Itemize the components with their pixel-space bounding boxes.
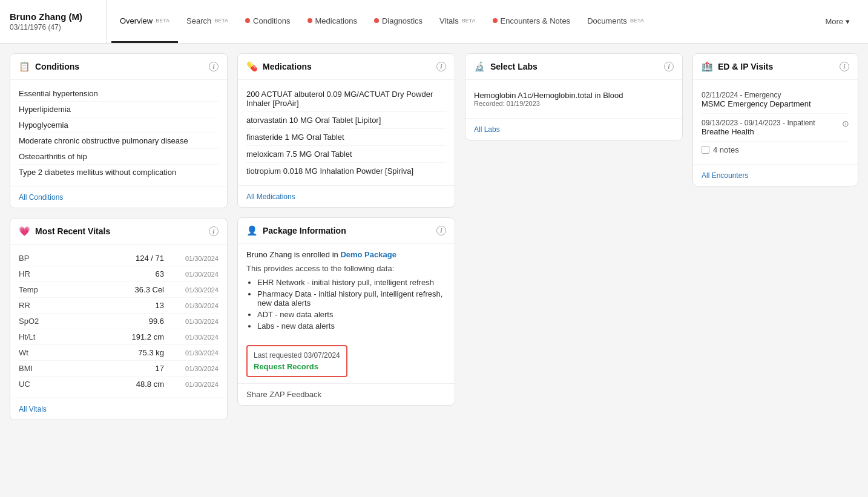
tab-label-diagnostics: Diagnostics — [382, 16, 422, 25]
nav-more-button[interactable]: More ▾ — [817, 0, 858, 43]
labs-title: 🔬 Select Labs — [474, 61, 538, 72]
vital-value: 36.3 Cel — [55, 285, 164, 294]
labs-card: 🔬 Select Labs i Hemoglobin A1c/Hemoglobi… — [465, 53, 683, 140]
heartbeat-icon: 💗 — [19, 226, 30, 237]
labs-info-icon[interactable]: i — [664, 62, 674, 71]
medications-card-header: 💊 Medications i — [238, 54, 455, 80]
patient-header: Bruno Zhang (M) 03/11/1976 (47) Overview… — [0, 0, 868, 44]
all-labs-link[interactable]: All Labs — [474, 125, 500, 134]
tab-label-encounters: Encounters & Notes — [501, 16, 571, 25]
vital-row: BP 124 / 71 01/30/2024 — [19, 251, 219, 266]
vital-label: BMI — [19, 364, 55, 373]
tab-label-documents: Documents — [587, 16, 627, 25]
lab-recorded: Recorded: 01/19/2023 — [474, 100, 674, 107]
package-info-icon[interactable]: i — [436, 226, 446, 235]
medications-info-icon[interactable]: i — [436, 62, 446, 71]
vital-value: 13 — [55, 301, 164, 310]
lab-item: Hemoglobin A1c/Hemoglobin.total in Blood… — [474, 86, 674, 112]
all-medications-link[interactable]: All Medications — [246, 193, 295, 201]
package-list-item: Pharmacy Data - initial history pull, in… — [257, 288, 446, 309]
visit-date: 09/13/2023 - 09/14/2023 - Inpatient — [702, 119, 815, 127]
nav-tab-overview[interactable]: OverviewBETA — [111, 0, 178, 43]
hospital-icon: 🏥 — [702, 61, 713, 72]
visits-info-icon[interactable]: i — [840, 62, 849, 71]
package-provides-text: This provides access to the following da… — [246, 264, 446, 273]
nav-tab-conditions[interactable]: Conditions — [237, 0, 298, 43]
main-content: 📋 Conditions i Essential hypertensionHyp… — [0, 44, 868, 430]
condition-item: Moderate chronic obstructive pulmonary d… — [19, 133, 219, 149]
vital-row: UC 48.8 cm 01/30/2024 — [19, 377, 219, 392]
package-footer: Share ZAP Feedback — [238, 383, 455, 405]
vital-label: BP — [19, 254, 55, 263]
condition-item: Osteoarthritis of hip — [19, 149, 219, 165]
vital-label: RR — [19, 301, 55, 310]
vital-value: 191.2 cm — [55, 332, 164, 341]
tab-label-conditions: Conditions — [253, 16, 290, 25]
tab-label-search: Search — [186, 16, 211, 25]
vital-label: Wt — [19, 348, 55, 357]
all-vitals-link[interactable]: All Vitals — [19, 405, 47, 413]
conditions-body: Essential hypertensionHyperlipidemiaHypo… — [10, 80, 227, 186]
vital-row: BMI 17 01/30/2024 — [19, 361, 219, 377]
vital-row: RR 13 01/30/2024 — [19, 298, 219, 314]
vital-date: 01/30/2024 — [164, 365, 219, 372]
vitals-body: BP 124 / 71 01/30/2024 HR 63 01/30/2024 … — [10, 245, 227, 398]
visits-footer: All Encounters — [693, 164, 858, 186]
vital-value: 75.3 kg — [55, 348, 164, 357]
package-card-header: 👤 Package Information i — [238, 218, 455, 244]
medication-item: atorvastatin 10 MG Oral Tablet [Lipitor] — [246, 112, 446, 129]
left-column: 📋 Conditions i Essential hypertensionHyp… — [10, 53, 228, 420]
vital-row: HR 63 01/30/2024 — [19, 266, 219, 282]
vital-row: Temp 36.3 Cel 01/30/2024 — [19, 282, 219, 298]
medication-item: finasteride 1 MG Oral Tablet — [246, 129, 446, 146]
conditions-info-icon[interactable]: i — [209, 62, 219, 71]
last-requested-text: Last requested 03/07/2024 — [254, 351, 340, 360]
tab-dot-encounters — [493, 18, 498, 23]
vitals-title: 💗 Most Recent Vitals — [19, 226, 110, 237]
tab-dot-medications — [307, 18, 312, 23]
nav-tab-encounters[interactable]: Encounters & Notes — [484, 0, 579, 43]
labs-body: Hemoglobin A1c/Hemoglobin.total in Blood… — [465, 80, 682, 118]
nav-tab-medications[interactable]: Medications — [299, 0, 366, 43]
chevron-down-icon: ▾ — [846, 17, 850, 26]
condition-item: Essential hypertension — [19, 86, 219, 102]
medication-item: tiotropium 0.018 MG Inhalation Powder [S… — [246, 163, 446, 179]
patient-name: Bruno Zhang (M) — [10, 12, 96, 22]
visits-title-text: ED & IP Visits — [718, 62, 773, 71]
request-section: Last requested 03/07/2024 Request Record… — [246, 345, 347, 377]
nav-tab-diagnostics[interactable]: Diagnostics — [366, 0, 431, 43]
tab-badge-overview: BETA — [156, 18, 169, 24]
lab-name: Hemoglobin A1c/Hemoglobin.total in Blood — [474, 91, 674, 100]
medications-card: 💊 Medications i 200 ACTUAT albuterol 0.0… — [237, 53, 455, 208]
medications-title-text: Medications — [263, 62, 312, 71]
package-name: Demo Package — [340, 250, 396, 259]
nav-tab-documents[interactable]: DocumentsBETA — [579, 0, 653, 43]
tab-badge-documents: BETA — [630, 18, 644, 24]
vitals-card: 💗 Most Recent Vitals i BP 124 / 71 01/30… — [10, 218, 228, 420]
visit-item: 09/13/2023 - 09/14/2023 - Inpatient Brea… — [702, 114, 849, 142]
vitals-info-icon[interactable]: i — [209, 226, 219, 236]
patient-info: Bruno Zhang (M) 03/11/1976 (47) — [10, 0, 107, 43]
nav-tab-vitals[interactable]: VitalsBETA — [431, 0, 484, 43]
labs-card-header: 🔬 Select Labs i — [465, 54, 682, 80]
vital-date: 01/30/2024 — [164, 271, 219, 278]
notes-checkbox[interactable] — [702, 146, 709, 154]
all-conditions-link[interactable]: All Conditions — [19, 193, 63, 202]
clipboard-icon: 📋 — [19, 61, 30, 72]
tab-badge-search: BETA — [214, 18, 228, 24]
notes-count: 4 notes — [713, 145, 739, 154]
nav-tab-search[interactable]: SearchBETA — [178, 0, 237, 43]
medication-item: 200 ACTUAT albuterol 0.09 MG/ACTUAT Dry … — [246, 86, 446, 112]
request-records-button[interactable]: Request Records — [254, 362, 318, 371]
condition-item: Hyperlipidemia — [19, 102, 219, 117]
vital-date: 01/30/2024 — [164, 286, 219, 294]
medication-item: meloxicam 7.5 MG Oral Tablet — [246, 146, 446, 163]
share-zap-link[interactable]: Share ZAP Feedback — [246, 384, 321, 399]
all-encounters-link[interactable]: All Encounters — [702, 171, 748, 180]
middle-column: 💊 Medications i 200 ACTUAT albuterol 0.0… — [237, 53, 455, 406]
package-list-item: EHR Network - initial history pull, inte… — [257, 277, 446, 288]
vital-row: Wt 75.3 kg 01/30/2024 — [19, 345, 219, 361]
labs-title-text: Select Labs — [490, 62, 538, 71]
package-items-list: EHR Network - initial history pull, inte… — [246, 277, 446, 332]
nav-more-label: More — [825, 17, 843, 26]
